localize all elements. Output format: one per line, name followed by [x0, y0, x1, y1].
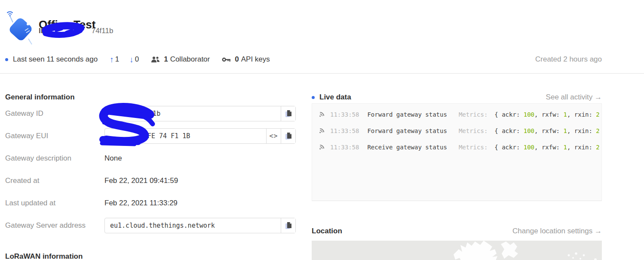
gateway-id-value[interactable]: fe74f11b: [105, 106, 281, 121]
copy-gateway-id-button[interactable]: [281, 106, 295, 121]
location-header: Location Change location settings →: [312, 226, 602, 236]
live-data-header: Live data See all activity →: [312, 92, 602, 102]
api-keys-label: API keys: [241, 55, 270, 64]
gateway-eui-value[interactable]: FE 74 F1 1B: [105, 129, 266, 143]
downlink-arrow-icon: ↓: [129, 56, 134, 64]
copy-icon: [285, 222, 292, 230]
copy-server-address-button[interactable]: [281, 218, 295, 233]
gateway-description-label: Gateway description: [5, 154, 104, 163]
location-map-preview[interactable]: [312, 241, 602, 260]
gateway-icon: [3, 4, 37, 46]
copy-icon: [285, 110, 292, 118]
last-updated-row: Last updated at Feb 22, 2021 11:33:29: [5, 195, 296, 211]
event-value: 1: [563, 144, 567, 151]
copy-gateway-eui-button[interactable]: [281, 129, 295, 143]
uplink-count: 1: [115, 55, 119, 64]
event-key: , rxin:: [567, 127, 596, 134]
event-value: 2: [596, 111, 599, 118]
event-key: , rxfw:: [534, 144, 563, 151]
last-updated-value: Feb 22, 2021 11:33:29: [104, 199, 178, 207]
gateway-id-line: ID:74f11b: [39, 27, 113, 35]
event-time: 11:33:58: [330, 144, 359, 151]
created-at-value: Feb 22, 2021 09:41:59: [104, 176, 178, 185]
copy-icon: [285, 132, 292, 140]
collaborators-count: 1: [164, 55, 168, 64]
collaborators-label: Collaborator: [170, 55, 210, 64]
gateway-server-address-label: Gateway Server address: [5, 221, 104, 230]
gateway-description-value: None: [104, 154, 122, 163]
created-ago-text: Created 2 hours ago: [535, 55, 602, 64]
live-data-status-dot: [312, 96, 315, 99]
live-data-heading: Live data: [319, 92, 351, 102]
gateway-server-address-value[interactable]: eu1.cloud.thethings.network: [105, 218, 281, 233]
created-at-row: Created at Feb 22, 2021 09:41:59: [5, 173, 296, 189]
gateway-server-address-field[interactable]: eu1.cloud.thethings.network: [104, 218, 296, 233]
event-value: 100: [524, 127, 534, 134]
event-meta-label: Metrics:: [459, 111, 488, 118]
gateway-id-label: Gateway ID: [5, 109, 104, 118]
event-time: 11:33:58: [330, 127, 359, 134]
downlink-count: 0: [135, 55, 139, 64]
gateway-id-field[interactable]: fe74f11b: [104, 106, 296, 121]
gateway-eui-row: Gateway EUI FE 74 F1 1B <>: [5, 128, 296, 144]
gateway-overview-page: { "header": { "title": "Office Test", "i…: [0, 0, 644, 260]
location-heading: Location: [312, 226, 342, 236]
event-meta-label: Metrics:: [459, 144, 488, 151]
api-keys-count: 0: [235, 55, 239, 64]
event-value: 1: [563, 111, 567, 118]
see-all-activity-link[interactable]: See all activity →: [546, 93, 602, 102]
uplink-counter: ↑ 1: [110, 55, 119, 64]
live-event-row[interactable]: 11:33:58 Forward gateway status Metrics:…: [318, 106, 601, 123]
event-name: Forward gateway status: [367, 111, 447, 118]
lorawan-information-heading: LoRaWAN information: [5, 251, 296, 260]
change-location-settings-link[interactable]: Change location settings →: [512, 227, 602, 235]
uplink-arrow-icon: ↑: [110, 56, 114, 64]
event-name: Forward gateway status: [367, 127, 447, 134]
event-key: , rxfw:: [534, 127, 563, 134]
gateway-server-address-row: Gateway Server address eu1.cloud.thethin…: [5, 218, 296, 233]
event-value: 2: [596, 127, 599, 134]
last-seen-text: Last seen 11 seconds ago: [13, 55, 98, 64]
live-data-feed[interactable]: 11:33:58 Forward gateway status Metrics:…: [312, 103, 602, 201]
live-event-row[interactable]: 11:33:58 Forward gateway status Metrics:…: [318, 123, 601, 139]
uplink-status-icon: [318, 127, 325, 134]
live-event-row[interactable]: 11:33:58 Receive gateway status Metrics:…: [318, 139, 601, 155]
event-name: Receive gateway status: [367, 144, 447, 151]
downlink-counter: ↓ 0: [129, 55, 139, 64]
collaborators-icon: [151, 56, 160, 63]
event-value: 2: [596, 144, 599, 151]
event-key: { ackr:: [494, 144, 523, 151]
toggle-byte-format-button[interactable]: <>: [266, 129, 281, 143]
gateway-eui-label: Gateway EUI: [5, 132, 104, 140]
uplink-status-icon: [318, 144, 325, 151]
code-icon: <>: [269, 132, 278, 140]
event-value: 100: [524, 111, 534, 118]
id-value: 74f11b: [92, 27, 113, 35]
right-column: Live data See all activity → 11:33:58 Fo…: [312, 73, 602, 260]
event-key: , rxin:: [567, 144, 596, 151]
event-value: 1: [563, 127, 567, 134]
event-value: 100: [524, 144, 534, 151]
event-key: { ackr:: [494, 127, 523, 134]
event-time: 11:33:58: [330, 111, 359, 118]
general-information-section: General information Gateway ID fe74f11b …: [5, 73, 296, 260]
gateway-id-row: Gateway ID fe74f11b: [5, 106, 296, 121]
event-key: { ackr:: [494, 111, 523, 118]
status-bar: Last seen 11 seconds ago ↑ 1 ↓ 0 1 Colla…: [5, 55, 602, 64]
uplink-status-icon: [318, 111, 325, 118]
event-key: , rxfw:: [534, 111, 563, 118]
key-icon: [222, 57, 231, 62]
event-key: , rxin:: [567, 111, 596, 118]
gateway-eui-field[interactable]: FE 74 F1 1B <>: [104, 128, 296, 144]
map-landmass: [312, 241, 602, 260]
id-label: ID:: [39, 27, 49, 35]
last-updated-label: Last updated at: [5, 199, 104, 207]
created-at-label: Created at: [5, 176, 104, 185]
event-meta-label: Metrics:: [459, 127, 488, 134]
general-information-heading: General information: [5, 92, 296, 102]
collaborators-link[interactable]: 1 Collaborator: [151, 55, 210, 64]
connection-status-dot: [5, 58, 8, 61]
gateway-description-row: Gateway description None: [5, 151, 296, 166]
api-keys-link[interactable]: 0 API keys: [222, 55, 270, 64]
